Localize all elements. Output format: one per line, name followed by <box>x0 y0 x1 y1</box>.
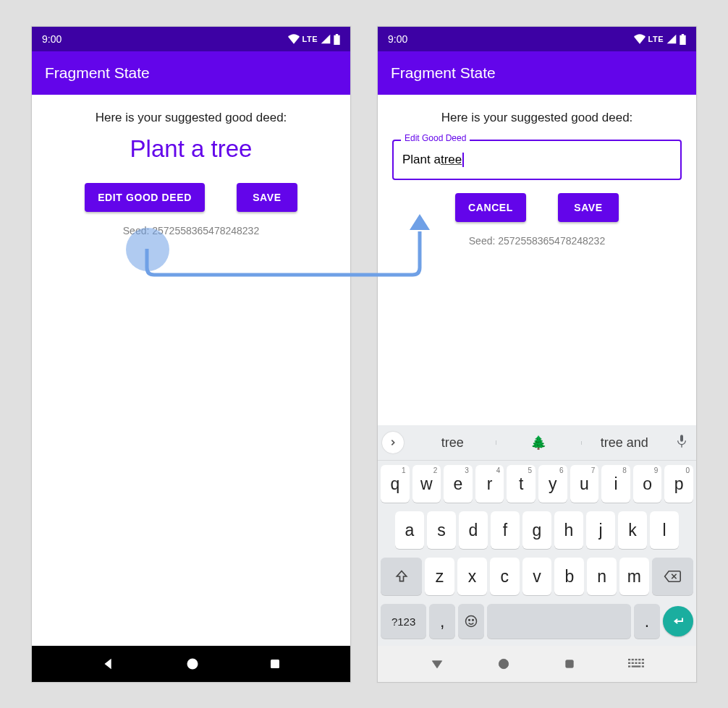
key-v[interactable]: v <box>522 558 552 595</box>
svg-rect-2 <box>680 435 683 441</box>
nav-back-icon[interactable] <box>430 657 444 671</box>
suggestion-2[interactable]: 🌲 <box>496 435 582 451</box>
svg-point-3 <box>466 616 477 627</box>
save-button[interactable]: SAVE <box>237 183 297 212</box>
svg-rect-17 <box>642 662 644 664</box>
field-value-prefix: Plant a <box>402 153 441 168</box>
key-r[interactable]: r4 <box>475 465 504 503</box>
edit-good-deed-button[interactable]: EDIT GOOD DEED <box>85 183 205 212</box>
key-m[interactable]: m <box>619 558 649 595</box>
key-k[interactable]: k <box>618 511 647 549</box>
key-s[interactable]: s <box>427 511 456 549</box>
status-time: 9:00 <box>42 33 62 45</box>
app-title: Fragment State <box>45 64 150 82</box>
period-key[interactable]: . <box>634 604 660 639</box>
svg-rect-16 <box>638 662 640 664</box>
status-bar: 9:00 LTE <box>32 27 350 51</box>
key-f[interactable]: f <box>491 511 520 549</box>
phone-right: 9:00 LTE Fragment State Here is your sug… <box>377 26 697 683</box>
key-n[interactable]: n <box>587 558 617 595</box>
key-y[interactable]: y6 <box>538 465 567 503</box>
svg-rect-19 <box>632 665 641 667</box>
shift-key[interactable] <box>381 558 422 595</box>
content-right: Here is your suggested good deed: Edit G… <box>378 95 696 247</box>
enter-key[interactable] <box>663 606 693 636</box>
signal-icon <box>666 34 677 44</box>
svg-rect-8 <box>628 659 630 660</box>
wifi-icon <box>634 34 646 44</box>
backspace-key[interactable] <box>652 558 693 595</box>
edit-deed-input[interactable]: Plant a tree <box>392 140 682 180</box>
keyboard-row-3: zxcvbnm <box>378 553 696 600</box>
cancel-button[interactable]: CANCEL <box>455 193 526 222</box>
nav-recent-icon[interactable] <box>268 657 282 670</box>
key-x[interactable]: x <box>457 558 487 595</box>
keyboard-switch-icon[interactable] <box>628 658 644 670</box>
key-o[interactable]: o9 <box>633 465 662 503</box>
svg-rect-14 <box>632 662 634 664</box>
save-button[interactable]: SAVE <box>558 193 619 222</box>
svg-rect-13 <box>628 662 630 664</box>
suggestion-1[interactable]: tree <box>410 435 496 451</box>
field-value-underlined: tree <box>441 153 462 168</box>
nav-home-icon[interactable] <box>185 657 200 671</box>
nav-recent-icon[interactable] <box>563 657 576 670</box>
svg-rect-7 <box>566 660 574 668</box>
svg-rect-1 <box>271 660 279 668</box>
phone-left: 9:00 LTE Fragment State Here is your sug… <box>31 26 351 683</box>
svg-point-6 <box>499 659 508 668</box>
key-t[interactable]: t5 <box>507 465 536 503</box>
button-row: EDIT GOOD DEED SAVE <box>42 183 340 212</box>
app-bar: Fragment State <box>32 51 350 95</box>
status-icons: LTE <box>288 34 340 45</box>
comparison-stage: 9:00 LTE Fragment State Here is your sug… <box>0 0 728 708</box>
symbols-key[interactable]: ?123 <box>381 604 426 639</box>
key-p[interactable]: p0 <box>664 465 693 503</box>
key-i[interactable]: i8 <box>601 465 630 503</box>
key-h[interactable]: h <box>554 511 583 549</box>
content-left: Here is your suggested good deed: Plant … <box>32 95 350 236</box>
suggestion-bar: tree 🌲 tree and <box>378 425 696 461</box>
battery-icon <box>680 34 686 45</box>
key-e[interactable]: e3 <box>444 465 473 503</box>
svg-rect-20 <box>642 665 644 667</box>
nav-bar <box>32 646 350 682</box>
comma-key[interactable]: , <box>429 604 455 639</box>
key-b[interactable]: b <box>554 558 584 595</box>
mic-icon[interactable] <box>667 434 696 452</box>
wifi-icon <box>288 34 300 44</box>
space-key[interactable] <box>487 604 631 639</box>
key-d[interactable]: d <box>459 511 488 549</box>
svg-rect-12 <box>642 659 644 660</box>
key-c[interactable]: c <box>490 558 520 595</box>
key-g[interactable]: g <box>522 511 551 549</box>
key-j[interactable]: j <box>586 511 615 549</box>
soft-keyboard: tree 🌲 tree and q1w2e3r4t5y6u7i8o9p0 asd… <box>378 425 696 646</box>
button-row: CANCEL SAVE <box>388 193 686 222</box>
key-u[interactable]: u7 <box>570 465 599 503</box>
seed-text: Seed: 2572558365478248232 <box>42 225 340 236</box>
edit-deed-field[interactable]: Edit Good Deed Plant a tree <box>392 140 682 180</box>
subheading: Here is your suggested good deed: <box>388 111 686 125</box>
expand-suggestions-button[interactable] <box>382 432 404 453</box>
network-label: LTE <box>648 35 664 43</box>
signal-icon <box>321 34 331 44</box>
key-z[interactable]: z <box>425 558 454 595</box>
nav-back-icon[interactable] <box>101 656 117 672</box>
key-l[interactable]: l <box>650 511 679 549</box>
key-w[interactable]: w2 <box>412 465 441 503</box>
network-label: LTE <box>302 35 318 43</box>
key-q[interactable]: q1 <box>381 465 410 503</box>
nav-home-icon[interactable] <box>496 657 511 671</box>
app-title: Fragment State <box>391 64 496 82</box>
key-a[interactable]: a <box>395 511 424 549</box>
emoji-key[interactable] <box>458 604 484 639</box>
status-time: 9:00 <box>388 33 407 45</box>
suggestion-3[interactable]: tree and <box>581 435 667 451</box>
svg-point-4 <box>469 620 470 621</box>
deed-text: Plant a tree <box>42 135 340 163</box>
text-cursor <box>462 153 464 167</box>
battery-icon <box>334 34 340 45</box>
svg-rect-11 <box>638 659 640 660</box>
app-bar: Fragment State <box>378 51 696 95</box>
